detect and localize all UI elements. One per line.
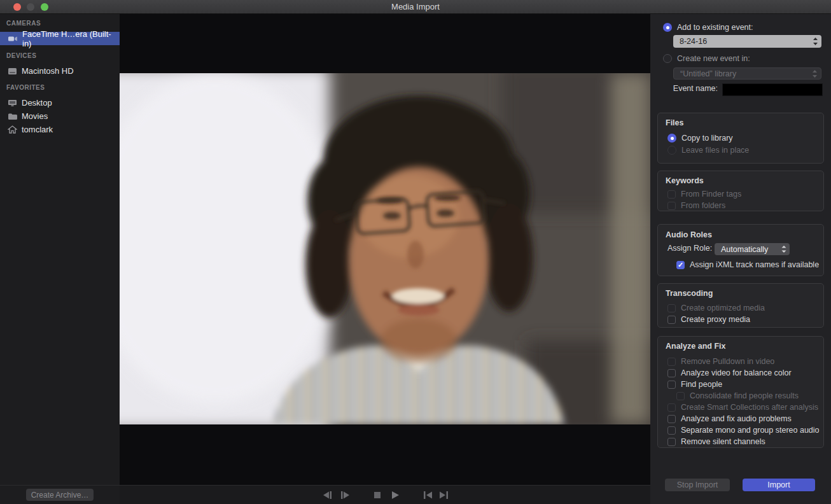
fix-audio-label: Analyze and fix audio problems (681, 414, 792, 423)
consolidate-people-option: Consolidate find people results (676, 391, 799, 400)
checkbox-fix-audio[interactable] (667, 415, 676, 423)
chevron-up-down-icon (813, 37, 818, 46)
source-sidebar: CAMERAS FaceTime H…era (Built-in) DEVICE… (0, 14, 120, 504)
radio-copy-to-library[interactable] (667, 134, 676, 143)
analyze-fix-title: Analyze and Fix (666, 342, 725, 351)
separate-mono-option[interactable]: Separate mono and group stereo audio (667, 426, 820, 435)
from-folders-label: From folders (681, 201, 725, 210)
sidebar-item-label: Desktop (22, 98, 52, 108)
zoom-button[interactable] (41, 3, 48, 11)
files-group: Files Copy to library Leave files in pla… (657, 113, 824, 164)
internal-drive-icon (8, 67, 17, 75)
sidebar-item-macintosh-hd[interactable]: Macintosh HD (0, 64, 120, 78)
radio-leave-files (667, 146, 676, 155)
optimized-media-option: Create optimized media (667, 304, 765, 312)
existing-event-select[interactable]: 8-24-16 (673, 35, 821, 48)
sidebar-item-facetime-camera[interactable]: FaceTime H…era (Built-in) (0, 32, 120, 45)
stop-import-button: Stop Import (665, 479, 730, 491)
sidebar-item-label: Movies (22, 111, 48, 121)
keywords-group: Keywords From Finder tags From folders (657, 171, 824, 211)
media-import-window: Media Import CAMERAS FaceTime H…era (Bui… (0, 0, 831, 504)
home-icon (8, 125, 17, 134)
stop-icon (374, 491, 381, 499)
checkbox-separate-mono[interactable] (667, 426, 676, 435)
balance-color-label: Analyze video for balance color (681, 368, 792, 377)
checkbox-find-people[interactable] (667, 381, 676, 389)
window-title: Media Import (391, 2, 440, 11)
preview-area (120, 14, 650, 504)
sidebar-item-label: Macintosh HD (22, 66, 74, 76)
remove-pulldown-option: Remove Pulldown in video (667, 357, 774, 366)
assign-role-select[interactable]: Automatically (715, 243, 790, 255)
go-to-start-button[interactable] (423, 491, 433, 499)
ixml-option[interactable]: Assign iXML track names if available (676, 260, 819, 269)
go-to-end-button[interactable] (440, 491, 450, 499)
chevron-up-down-icon (781, 245, 786, 253)
leave-files-option: Leave files in place (667, 146, 749, 155)
separate-mono-label: Separate mono and group stereo audio (681, 426, 820, 435)
sidebar-item-home[interactable]: tomclark (0, 123, 120, 136)
remove-silent-label: Remove silent channels (681, 437, 765, 446)
fix-audio-option[interactable]: Analyze and fix audio problems (667, 414, 792, 423)
video-preview (120, 73, 650, 424)
remove-silent-option[interactable]: Remove silent channels (667, 437, 765, 446)
checkbox-from-folders (667, 202, 676, 210)
sidebar-item-movies[interactable]: Movies (0, 109, 120, 123)
import-button[interactable]: Import (743, 479, 815, 491)
finder-tags-label: From Finder tags (681, 190, 741, 199)
copy-to-library-option[interactable]: Copy to library (667, 134, 733, 143)
proxy-media-label: Create proxy media (681, 315, 750, 324)
desktop-icon (8, 99, 17, 107)
create-archive-button[interactable]: Create Archive… (26, 489, 94, 501)
event-name-row: Event name: (663, 84, 718, 93)
step-backward-icon (323, 491, 332, 499)
close-button[interactable] (13, 3, 21, 11)
from-folders-option: From folders (667, 201, 725, 210)
copy-to-library-label: Copy to library (681, 134, 733, 143)
create-new-event-option[interactable]: Create new event in: (663, 54, 750, 63)
play-button[interactable] (391, 491, 402, 499)
step-forward-icon (340, 491, 349, 499)
step-forward-button[interactable] (340, 491, 351, 499)
event-name-label: Event name: (673, 84, 718, 93)
step-backward-button[interactable] (323, 491, 333, 499)
smart-collections-label: Create Smart Collections after analysis (681, 403, 818, 412)
checkbox-ixml[interactable] (676, 261, 685, 269)
video-frame-image (120, 73, 650, 424)
transcoding-title: Transcoding (666, 289, 713, 298)
checkbox-balance-color[interactable] (667, 369, 676, 377)
checkbox-proxy-media[interactable] (667, 316, 676, 324)
create-new-label: Create new event in: (677, 54, 750, 63)
cameras-header: CAMERAS (6, 20, 41, 27)
balance-color-option[interactable]: Analyze video for balance color (667, 368, 792, 377)
analyze-fix-group: Analyze and Fix Remove Pulldown in video… (657, 336, 824, 448)
ixml-label: Assign iXML track names if available (690, 260, 819, 269)
event-name-input[interactable] (722, 83, 823, 96)
find-people-label: Find people (681, 380, 722, 389)
video-camera-icon (8, 35, 18, 43)
checkbox-consolidate-people (676, 392, 685, 400)
radio-add-existing[interactable] (663, 23, 672, 32)
optimized-media-label: Create optimized media (681, 304, 765, 312)
add-existing-label: Add to existing event: (677, 23, 753, 32)
find-people-option[interactable]: Find people (667, 380, 722, 389)
consolidate-people-label: Consolidate find people results (690, 391, 799, 400)
favorites-header: FAVORITES (6, 84, 45, 91)
remove-pulldown-label: Remove Pulldown in video (681, 357, 774, 366)
add-to-existing-event-option[interactable]: Add to existing event: (663, 23, 753, 32)
transport-bar (120, 485, 650, 504)
assign-role-row: Assign Role: (667, 244, 712, 253)
checkbox-finder-tags (667, 190, 676, 199)
radio-create-new[interactable] (663, 54, 672, 63)
import-options-panel: Add to existing event: 8-24-16 Create ne… (650, 14, 831, 504)
proxy-media-option[interactable]: Create proxy media (667, 315, 750, 324)
checkbox-remove-silent[interactable] (667, 438, 676, 446)
existing-event-value: 8-24-16 (673, 37, 813, 46)
chevron-up-down-icon (812, 69, 818, 78)
devices-header: DEVICES (6, 52, 36, 59)
sidebar-item-label: FaceTime H…era (Built-in) (22, 29, 120, 48)
sidebar-item-desktop[interactable]: Desktop (0, 96, 120, 109)
stop-button[interactable] (374, 491, 384, 499)
audio-roles-title: Audio Roles (666, 230, 712, 239)
checkbox-remove-pulldown (667, 358, 676, 366)
